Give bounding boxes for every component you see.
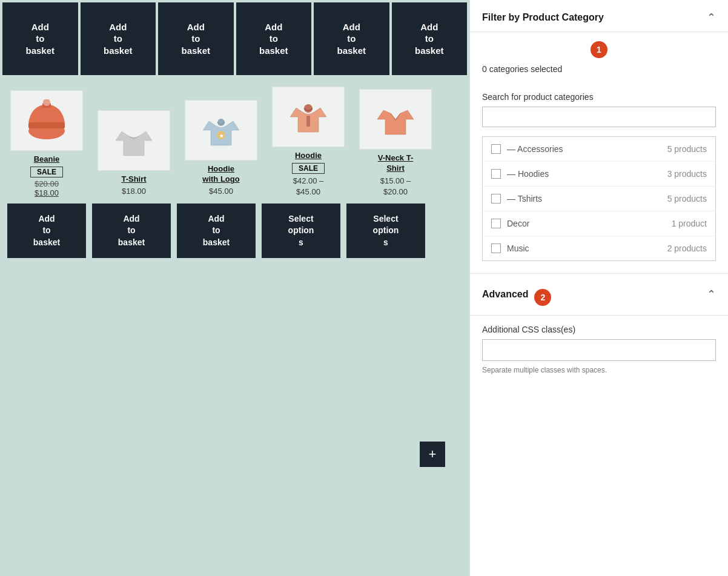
category-hoodies: — Hoodies 3 products: [483, 162, 715, 187]
add-basket-btn-4[interactable]: Addtobasket: [236, 2, 312, 75]
hoodies-checkbox[interactable]: [491, 169, 501, 179]
advanced-section-header: Advanced 2 ⌃: [470, 273, 728, 316]
left-panel: Addtobasket Addtobasket Addtobasket Addt…: [0, 0, 469, 576]
hoodies-count: 3 products: [667, 169, 707, 179]
decor-checkbox[interactable]: [491, 219, 501, 228]
product-vneck: V-Neck T-Shirt $15.00 –$20.00: [353, 89, 438, 197]
add-basket-btn-1[interactable]: Addtobasket: [2, 2, 78, 75]
decor-name: Decor: [507, 219, 666, 228]
add-basket-btn-6[interactable]: Addtobasket: [392, 2, 468, 75]
tshirt-image: [98, 110, 170, 171]
music-checkbox[interactable]: [491, 243, 501, 253]
hoodies-name: — Hoodies: [507, 169, 661, 179]
hoodie-logo-name: Hoodiewith Logo: [202, 164, 239, 185]
hoodie-logo-image: ★: [185, 100, 257, 161]
css-label: Additional CSS class(es): [470, 316, 728, 339]
tshirt-add-basket-btn[interactable]: Addtobasket: [92, 204, 171, 258]
vneck-select-options-btn[interactable]: Selectoptions: [346, 204, 425, 258]
svg-text:★: ★: [219, 133, 224, 139]
products-area: Beanie SALE $20.00 $18.00 T-Shirt $18.00: [0, 78, 469, 264]
product-beanie: Beanie SALE $20.00 $18.00: [4, 90, 89, 197]
advanced-chevron-up-icon[interactable]: ⌃: [707, 288, 716, 301]
top-buttons-row: Addtobasket Addtobasket Addtobasket Addt…: [0, 0, 469, 78]
category-accessories: — Accessories 5 products: [483, 137, 715, 162]
svg-rect-8: [306, 116, 310, 127]
beanie-orig-price: $20.00: [35, 179, 59, 188]
hoodie-sale-badge: SALE: [292, 163, 325, 174]
vneck-image: [359, 89, 432, 150]
decor-count: 1 product: [672, 219, 707, 228]
product-hoodie-logo: ★ Hoodiewith Logo $45.00: [179, 100, 263, 197]
categories-selected-text: 0 categories selected: [470, 58, 728, 83]
add-basket-btn-3[interactable]: Addtobasket: [158, 2, 234, 75]
search-label: Search for product categories: [470, 83, 728, 107]
accessories-count: 5 products: [667, 144, 707, 154]
category-tshirts: — Tshirts 5 products: [483, 187, 715, 211]
plus-button[interactable]: +: [420, 442, 445, 467]
hoodie-select-options-btn[interactable]: Selectoptions: [262, 204, 340, 258]
music-name: Music: [507, 243, 661, 253]
vneck-name: V-Neck T-Shirt: [378, 153, 414, 174]
tshirts-count: 5 products: [667, 194, 707, 204]
vneck-price-range: $15.00 –$20.00: [380, 176, 411, 197]
filter-section-title: Filter by Product Category: [482, 12, 604, 23]
bottom-buttons-row: Addtobasket Addtobasket Addtobasket Sele…: [3, 204, 466, 264]
svg-point-4: [217, 119, 225, 126]
add-basket-btn-5[interactable]: Addtobasket: [314, 2, 389, 75]
vneck-svg: [374, 98, 417, 141]
product-hoodie: Hoodie SALE $42.00 –$45.00: [266, 87, 351, 197]
advanced-title: Advanced: [482, 289, 528, 300]
hoodie-logo-price: $45.00: [209, 187, 233, 196]
category-decor: Decor 1 product: [483, 211, 715, 236]
hoodie-logo-add-basket-btn[interactable]: Addtobasket: [177, 204, 256, 258]
beanie-sale-badge: SALE: [30, 167, 63, 177]
tshirt-price: $18.00: [122, 187, 146, 196]
category-music: Music 2 products: [483, 236, 715, 260]
filter-section-header: Filter by Product Category ⌃: [470, 0, 728, 32]
beanie-name: Beanie: [34, 154, 60, 165]
products-row: Beanie SALE $20.00 $18.00 T-Shirt $18.00: [3, 87, 466, 197]
filter-chevron-up-icon[interactable]: ⌃: [707, 11, 716, 24]
advanced-left: Advanced 2: [482, 283, 551, 306]
beanie-sale-price: $18.00: [35, 188, 59, 197]
add-basket-btn-2[interactable]: Addtobasket: [81, 2, 156, 75]
category-list-box: — Accessories 5 products — Hoodies 3 pro…: [482, 136, 716, 261]
badge-container-1: 1: [470, 32, 728, 58]
hoodie-logo-svg: ★: [200, 109, 242, 151]
css-input[interactable]: [482, 339, 716, 361]
hoodie-image: [272, 87, 345, 147]
search-input[interactable]: [482, 107, 716, 127]
beanie-image: [10, 90, 83, 151]
beanie-add-basket-btn[interactable]: Addtobasket: [7, 204, 86, 258]
tshirt-svg: [113, 119, 155, 162]
hoodie-name: Hoodie: [295, 151, 322, 161]
hoodie-price-range: $42.00 –$45.00: [293, 176, 324, 197]
right-panel: Filter by Product Category ⌃ 1 0 categor…: [469, 0, 728, 576]
tshirt-name: T-Shirt: [121, 174, 146, 185]
svg-point-7: [304, 104, 313, 113]
tshirts-name: — Tshirts: [507, 194, 661, 204]
tshirts-checkbox[interactable]: [491, 194, 501, 204]
css-hint: Separate multiple classes with spaces.: [470, 366, 728, 374]
advanced-badge-number: 2: [534, 289, 551, 306]
filter-badge-number: 1: [591, 41, 607, 58]
beanie-svg: [25, 99, 68, 142]
music-count: 2 products: [667, 243, 707, 253]
svg-rect-1: [28, 122, 65, 128]
product-tshirt: T-Shirt $18.00: [91, 110, 176, 197]
accessories-name: — Accessories: [507, 144, 661, 154]
accessories-checkbox[interactable]: [491, 144, 501, 154]
hoodie-svg: [287, 96, 329, 138]
advanced-section: Advanced 2 ⌃ Additional CSS class(es) Se…: [470, 273, 728, 374]
